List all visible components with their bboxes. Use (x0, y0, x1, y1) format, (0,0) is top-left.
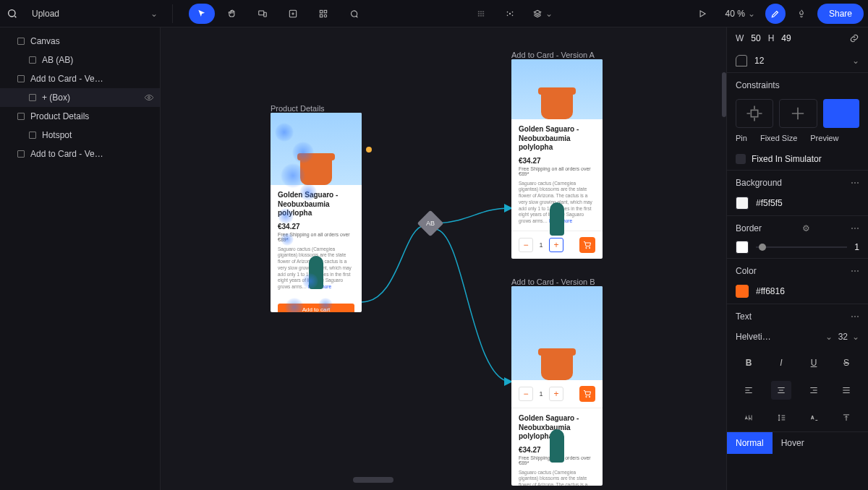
tree-item[interactable]: Canvas (0, 32, 160, 51)
preview-constraint-box[interactable] (823, 99, 859, 128)
qty-plus-button[interactable]: + (549, 238, 563, 252)
divider (172, 4, 173, 23)
page-title: Upload (32, 9, 59, 19)
svg-rect-18 (751, 110, 757, 116)
color-hex[interactable]: #ff6816 (756, 286, 785, 296)
align-justify-button[interactable] (836, 381, 856, 400)
hand-tool[interactable] (219, 4, 245, 24)
page-dropdown[interactable]: Upload ⌄ (25, 6, 165, 22)
product-description: Saguaro cactus (Carnegiea gigantea) blos… (519, 470, 595, 486)
tree-item[interactable]: AB (AB) (0, 51, 160, 69)
pin-label: Pin (736, 134, 747, 142)
svg-point-9 (507, 11, 509, 12)
border-width-value[interactable]: 1 (854, 242, 859, 252)
tree-item[interactable]: Add to Card - Ve… (0, 69, 160, 88)
horizontal-scrollbar[interactable] (353, 477, 393, 483)
gear-icon[interactable]: ⚙ (802, 223, 810, 233)
frame-icon (17, 113, 25, 120)
state-tab-normal[interactable]: Normal (727, 432, 773, 454)
italic-button[interactable]: I (771, 353, 791, 372)
cart-button[interactable] (579, 237, 595, 253)
artboard-label[interactable]: Add to Card - Version B (511, 278, 595, 286)
align-left-button[interactable] (739, 381, 759, 400)
play-button[interactable] (689, 4, 715, 24)
canvas[interactable]: Product Details Golden Saguaro - Neobuxb… (161, 27, 726, 490)
tree-item-selected[interactable]: + (Box) (0, 88, 160, 107)
devices-tool[interactable] (250, 4, 276, 24)
canvas-scrollbar[interactable] (722, 72, 726, 117)
strikethrough-button[interactable]: S (836, 353, 856, 372)
align-right-button[interactable] (804, 381, 824, 400)
distribute-tool[interactable] (497, 4, 523, 24)
edit-mode-button[interactable] (765, 4, 786, 24)
svg-point-13 (148, 97, 150, 99)
color-swatch[interactable] (736, 285, 749, 298)
letter-spacing-button[interactable] (739, 408, 759, 427)
hotspot-marker[interactable] (366, 147, 372, 152)
comment-tool[interactable] (341, 4, 367, 24)
frame-icon (17, 75, 25, 82)
product-name: Golden Saguaro - Neobuxbaumia polylopha (278, 191, 354, 218)
tree-item[interactable]: Add to Card - Ve… (0, 145, 160, 163)
border-swatch[interactable] (736, 241, 749, 254)
more-icon[interactable]: ⋯ (851, 178, 859, 188)
bold-button[interactable]: B (739, 353, 759, 372)
text-transform-button[interactable] (804, 408, 824, 427)
qty-minus-button[interactable]: − (519, 238, 533, 252)
align-center-button[interactable] (771, 381, 791, 400)
more-icon[interactable]: ⋯ (851, 311, 859, 322)
tree-item[interactable]: Hotspot (0, 126, 160, 145)
top-toolbar: Upload ⌄ ⌄ (0, 0, 868, 27)
vertical-align-button[interactable] (836, 408, 856, 427)
pin-constraint-box[interactable] (736, 99, 773, 128)
more-icon[interactable]: ⋯ (851, 223, 859, 233)
zoom-dropdown[interactable]: 40 % ⌄ (721, 7, 760, 20)
fixed-size-constraint-box[interactable] (779, 99, 817, 128)
font-size-input[interactable]: 32⌄ (838, 332, 859, 342)
background-hex[interactable]: #f5f5f5 (756, 198, 783, 208)
frame-icon (29, 132, 36, 139)
background-swatch[interactable] (736, 197, 749, 210)
width-value[interactable]: 50 (751, 33, 760, 43)
cart-button[interactable] (579, 386, 595, 402)
heatmap-mode-button[interactable] (791, 4, 812, 24)
add-tool[interactable] (280, 4, 306, 24)
background-title: Background (736, 178, 782, 188)
app-logo[interactable] (4, 6, 20, 22)
state-tab-hover[interactable]: Hover (773, 432, 813, 454)
border-width-slider[interactable] (756, 246, 847, 248)
tree-item[interactable]: Product Details (0, 107, 160, 126)
layers-tool[interactable]: ⌄ (526, 4, 559, 24)
eye-icon[interactable] (144, 93, 154, 103)
svg-point-12 (512, 14, 514, 16)
align-tool[interactable] (468, 4, 494, 24)
corner-radius-value[interactable]: 12 (754, 56, 764, 66)
svg-point-16 (586, 396, 587, 397)
components-tool[interactable] (310, 4, 336, 24)
artboard-version-b[interactable]: − 1 + Golden Saguaro - Neobuxbaumia poly… (511, 286, 603, 486)
link-icon[interactable] (849, 33, 859, 43)
text-title: Text (736, 311, 752, 322)
underline-button[interactable]: U (804, 353, 824, 372)
share-button[interactable]: Share (817, 4, 864, 24)
share-label: Share (829, 9, 852, 19)
fixed-in-simulator-checkbox[interactable] (736, 154, 746, 164)
svg-rect-5 (324, 10, 327, 13)
product-image (511, 59, 603, 119)
qty-plus-button[interactable]: + (549, 387, 563, 401)
svg-point-10 (512, 11, 514, 12)
line-height-button[interactable] (771, 408, 791, 427)
artboard-product-details[interactable]: Golden Saguaro - Neobuxbaumia polylopha … (271, 113, 362, 312)
chevron-down-icon[interactable]: ⌄ (852, 56, 859, 66)
add-to-cart-button[interactable]: Add to cart (278, 304, 354, 312)
pointer-tool[interactable] (189, 4, 215, 24)
height-value[interactable]: 49 (781, 33, 791, 43)
qty-minus-button[interactable]: − (519, 387, 533, 401)
font-dropdown[interactable]: Helveti…⌄ (736, 329, 833, 345)
artboard-label[interactable]: Add to Card - Version A (511, 51, 595, 59)
artboard-version-a[interactable]: Golden Saguaro - Neobuxbaumia polylopha … (511, 59, 603, 259)
ab-test-node[interactable]: AB (417, 210, 444, 237)
artboard-label[interactable]: Product Details (271, 104, 325, 113)
more-icon[interactable]: ⋯ (851, 266, 859, 276)
height-label: H (768, 33, 775, 43)
